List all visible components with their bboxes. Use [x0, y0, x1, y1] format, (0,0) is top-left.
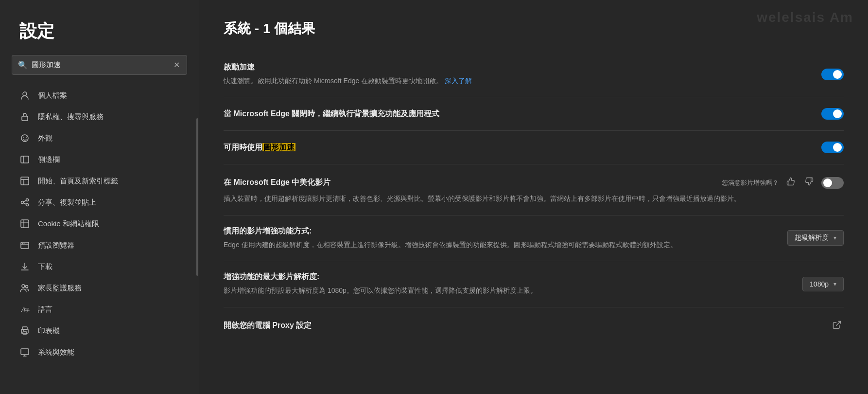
svg-rect-29 [21, 329, 28, 333]
search-box[interactable]: 🔍 ✕ [12, 55, 187, 75]
svg-rect-32 [21, 349, 29, 355]
setting-desc: Edge 使用內建的超級解析度，在相容裝置上進行影像升級。增強技術會依據裝置的功… [224, 239, 677, 250]
svg-point-2 [21, 135, 28, 142]
setting-label: 當 Microsoft Edge 關閉時，繼續執行背景擴充功能及應用程式 [224, 109, 439, 119]
svg-rect-5 [21, 156, 29, 163]
feedback-text: 您滿意影片增強嗎？ [722, 179, 779, 187]
setting-left: 慣用的影片增強功能方式: Edge 使用內建的超級解析度，在相容裝置上進行影像升… [224, 226, 677, 250]
setting-desc: 快速瀏覽。啟用此功能有助於 Microsoft Edge 在啟動裝置時更快地開啟… [224, 75, 472, 86]
sidebar-item-label: 開始、首頁及新索引標籤 [38, 177, 118, 186]
sidebar-item-label: 個人檔案 [38, 91, 67, 100]
sidebar-item-family[interactable]: 家長監護服務 [0, 277, 199, 299]
sidebar-item-label: 側邊欄 [38, 155, 60, 164]
svg-line-14 [23, 203, 26, 204]
thumbup-button[interactable] [784, 175, 797, 190]
svg-text:字: 字 [25, 307, 30, 313]
toggle-thumb [833, 109, 842, 118]
toggle-track [821, 142, 844, 153]
svg-rect-1 [22, 116, 28, 121]
search-input[interactable] [32, 61, 173, 69]
setting-bg-running: 當 Microsoft Edge 關閉時，繼續執行背景擴充功能及應用程式 [224, 97, 844, 131]
sidebar-item-label: 家長監護服務 [38, 284, 82, 293]
setting-label: 可用時使用圖形加速 [224, 143, 295, 153]
sidebar-item-cookies[interactable]: Cookie 和網站權限 [0, 213, 199, 234]
gpu-accel-toggle[interactable] [821, 142, 844, 153]
svg-point-21 [24, 243, 25, 244]
proxy-external-link-button[interactable] [830, 318, 844, 333]
svg-point-20 [22, 243, 23, 244]
sidebar-item-printer[interactable]: 印表機 [0, 320, 199, 341]
svg-point-4 [26, 137, 27, 138]
sidebar-scrollbar[interactable] [196, 118, 198, 276]
sidebar-item-browser[interactable]: 預設瀏覽器 [0, 234, 199, 256]
toggle-thumb [833, 70, 842, 79]
sidebar-item-label: 分享、複製並貼上 [38, 198, 96, 207]
main-content: welelsais Am 系統 - 1 個結果 啟動加速 快速瀏覽。啟用此功能有… [199, 0, 868, 394]
video-resolution-dropdown[interactable]: 1080p ▾ [802, 277, 844, 291]
page-title: 系統 - 1 個結果 [224, 19, 844, 38]
thumbdown-button[interactable] [803, 175, 816, 190]
sidebar-item-label: 印表機 [38, 326, 60, 336]
nav-list: 個人檔案 隱私權、搜尋與服務 [0, 83, 199, 394]
setting-content: 啟動加速 快速瀏覽。啟用此功能有助於 Microsoft Edge 在啟動裝置時… [224, 62, 472, 86]
sidebar-item-label: 下載 [38, 262, 52, 271]
sidebar-item-appearance[interactable]: 外觀 [0, 127, 199, 149]
setting-startup-boost: 啟動加速 快速瀏覽。啟用此功能有助於 Microsoft Edge 在啟動裝置時… [224, 52, 844, 97]
setting-gpu-accel: 可用時使用圖形加速 [224, 131, 844, 164]
setting-label: 增強功能的最大影片解析度: [224, 272, 537, 282]
sidebar-title: 設定 [0, 0, 199, 55]
setting-video-enhance: 在 Microsoft Edge 中美化影片 您滿意影片增強嗎？ [224, 164, 844, 215]
svg-point-3 [23, 137, 24, 138]
setting-label: 在 Microsoft Edge 中美化影片 [224, 178, 330, 188]
sidebar-item-system[interactable]: 系統與效能 [0, 341, 199, 363]
svg-rect-15 [21, 220, 29, 228]
toggle-track [821, 69, 844, 80]
video-feedback: 您滿意影片增強嗎？ [722, 175, 844, 190]
bg-running-toggle[interactable] [821, 108, 844, 120]
svg-point-25 [26, 286, 28, 288]
setting-video-resolution: 增強功能的最大影片解析度: 影片增強功能的預設最大解析度為 1080p。您可以依… [224, 261, 844, 307]
sidebar-item-language[interactable]: A 字 語言 [0, 299, 199, 320]
home-icon [19, 176, 30, 186]
setting-label: 開啟您的電腦 Proxy 設定 [224, 321, 312, 331]
sidebar-item-share[interactable]: 分享、複製並貼上 [0, 192, 199, 213]
browser-icon [19, 240, 30, 251]
svg-rect-7 [21, 177, 29, 185]
sidebar-item-label: 外觀 [38, 134, 52, 143]
video-enhance-toggle[interactable] [821, 177, 844, 189]
sidebar-item-downloads[interactable]: 下載 [0, 256, 199, 277]
language-icon: A 字 [19, 304, 30, 315]
sidebar-item-newtab[interactable]: 開始、首頁及新索引標籤 [0, 170, 199, 192]
highlight-text: 圖形加速 [262, 143, 295, 151]
sidebar-item-sidebar[interactable]: 側邊欄 [0, 149, 199, 170]
svg-point-12 [26, 204, 29, 206]
sidebar-item-profile[interactable]: 個人檔案 [0, 85, 199, 106]
lock-icon [19, 111, 30, 122]
setting-video-method: 慣用的影片增強功能方式: Edge 使用內建的超級解析度，在相容裝置上進行影像升… [224, 215, 844, 261]
sidebar: 設定 🔍 ✕ 個人檔案 [0, 0, 199, 394]
clear-search-button[interactable]: ✕ [173, 59, 181, 71]
svg-line-35 [836, 321, 840, 325]
setting-desc: 插入裝置時，使用超解析度讓影片更清晰，改善色彩、光源與對比。螢幕小的受保護影片和… [224, 193, 844, 204]
startup-boost-toggle[interactable] [821, 69, 844, 80]
toggle-track [821, 177, 844, 189]
sidebar-icon [19, 154, 30, 165]
sidebar-item-label: Cookie 和網站權限 [38, 219, 99, 229]
video-method-dropdown[interactable]: 超級解析度 ▾ [787, 230, 844, 246]
setting-desc: 影片增強功能的預設最大解析度為 1080p。您可以依據您的裝置性能，選擇降低支援… [224, 285, 537, 296]
download-icon [19, 261, 30, 272]
search-icon: 🔍 [18, 60, 28, 70]
family-icon [19, 283, 30, 293]
system-icon [19, 347, 30, 358]
chevron-down-icon: ▾ [833, 281, 836, 287]
svg-point-10 [26, 199, 29, 201]
sidebar-item-label: 預設瀏覽器 [38, 241, 74, 250]
setting-proxy: 開啟您的電腦 Proxy 設定 [224, 307, 844, 344]
sidebar-item-label: 系統與效能 [38, 348, 74, 357]
person-icon [19, 90, 30, 101]
sidebar-item-privacy[interactable]: 隱私權、搜尋與服務 [0, 106, 199, 127]
chevron-down-icon: ▾ [833, 234, 836, 241]
learn-more-link[interactable]: 深入了解 [445, 77, 472, 85]
dropdown-value: 超級解析度 [795, 233, 829, 242]
share-icon [19, 197, 30, 208]
